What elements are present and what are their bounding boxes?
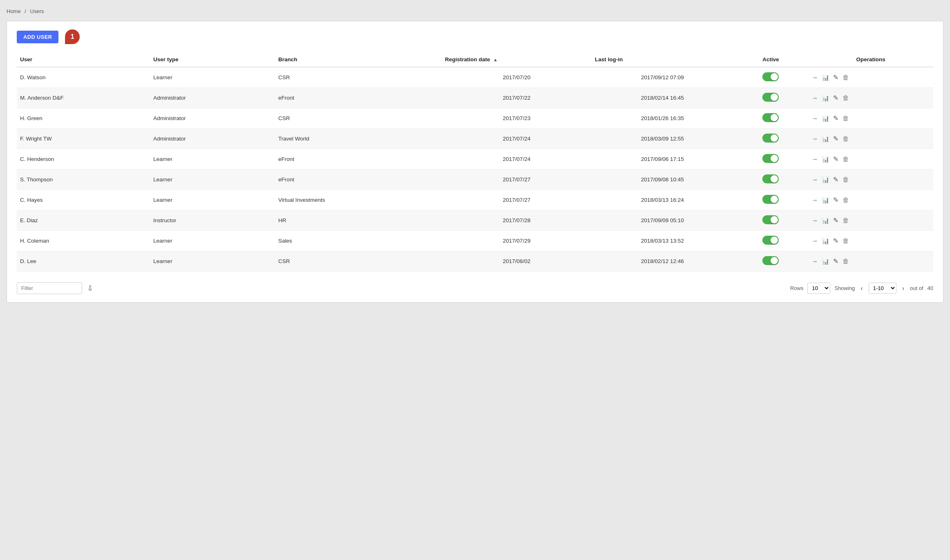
- delete-icon[interactable]: 🗑: [842, 237, 849, 245]
- login-as-icon[interactable]: →: [811, 217, 818, 224]
- breadcrumb-current: Users: [30, 8, 44, 14]
- cell-branch: eFront: [275, 88, 442, 108]
- active-toggle[interactable]: [762, 256, 779, 265]
- cell-operations: → 📊 ✎ 🗑: [808, 170, 933, 190]
- delete-icon[interactable]: 🗑: [842, 156, 849, 163]
- stats-icon[interactable]: 📊: [822, 156, 829, 163]
- table-row: C. Hayes Learner Virtual Investments 201…: [17, 190, 933, 210]
- cell-last-login: 2018/03/09 12:55: [592, 129, 733, 149]
- notification-badge: 1: [65, 29, 80, 44]
- login-as-icon[interactable]: →: [811, 156, 818, 163]
- delete-icon[interactable]: 🗑: [842, 258, 849, 265]
- cell-operations: → 📊 ✎ 🗑: [808, 231, 933, 251]
- active-toggle[interactable]: [762, 113, 779, 122]
- table-row: D. Watson Learner CSR 2017/07/20 2017/09…: [17, 67, 933, 88]
- cell-user-type: Learner: [150, 149, 275, 170]
- cell-branch: HR: [275, 210, 442, 231]
- cell-user: M. Anderson D&F: [17, 88, 150, 108]
- active-toggle[interactable]: [762, 195, 779, 204]
- prev-page-button[interactable]: ‹: [859, 284, 864, 293]
- edit-icon[interactable]: ✎: [833, 135, 838, 143]
- login-as-icon[interactable]: →: [811, 115, 818, 122]
- stats-icon[interactable]: 📊: [822, 217, 829, 224]
- cell-last-login: 2018/03/13 13:52: [592, 231, 733, 251]
- stats-icon[interactable]: 📊: [822, 115, 829, 122]
- delete-icon[interactable]: 🗑: [842, 115, 849, 122]
- cell-operations: → 📊 ✎ 🗑: [808, 210, 933, 231]
- download-icon[interactable]: ⇩: [87, 284, 93, 293]
- cell-active: [733, 88, 808, 108]
- breadcrumb-home[interactable]: Home: [7, 8, 21, 14]
- edit-icon[interactable]: ✎: [833, 216, 838, 224]
- total-count: 40: [928, 285, 933, 291]
- cell-user-type: Learner: [150, 231, 275, 251]
- edit-icon[interactable]: ✎: [833, 94, 838, 102]
- cell-registration-date: 2017/07/28: [441, 210, 592, 231]
- cell-user: S. Thompson: [17, 170, 150, 190]
- stats-icon[interactable]: 📊: [822, 74, 829, 81]
- delete-icon[interactable]: 🗑: [842, 135, 849, 143]
- filter-input[interactable]: [17, 282, 82, 294]
- active-toggle[interactable]: [762, 174, 779, 183]
- cell-registration-date: 2017/07/20: [441, 67, 592, 88]
- cell-operations: → 📊 ✎ 🗑: [808, 88, 933, 108]
- active-toggle[interactable]: [762, 236, 779, 245]
- active-toggle[interactable]: [762, 215, 779, 224]
- col-header-user-type: User type: [150, 52, 275, 67]
- active-toggle[interactable]: [762, 154, 779, 163]
- login-as-icon[interactable]: →: [811, 94, 818, 102]
- cell-registration-date: 2017/07/27: [441, 190, 592, 210]
- login-as-icon[interactable]: →: [811, 196, 818, 204]
- stats-icon[interactable]: 📊: [822, 176, 829, 183]
- login-as-icon[interactable]: →: [811, 176, 818, 183]
- stats-icon[interactable]: 📊: [822, 95, 829, 101]
- delete-icon[interactable]: 🗑: [842, 217, 849, 224]
- cell-last-login: 2018/02/12 12:46: [592, 251, 733, 272]
- breadcrumb: Home / Users: [7, 7, 943, 16]
- edit-icon[interactable]: ✎: [833, 176, 838, 183]
- cell-branch: CSR: [275, 67, 442, 88]
- cell-last-login: 2017/09/09 05:10: [592, 210, 733, 231]
- login-as-icon[interactable]: →: [811, 258, 818, 265]
- edit-icon[interactable]: ✎: [833, 257, 838, 265]
- cell-registration-date: 2017/07/24: [441, 149, 592, 170]
- cell-operations: → 📊 ✎ 🗑: [808, 251, 933, 272]
- cell-active: [733, 129, 808, 149]
- login-as-icon[interactable]: →: [811, 237, 818, 245]
- edit-icon[interactable]: ✎: [833, 237, 838, 245]
- cell-active: [733, 210, 808, 231]
- active-toggle[interactable]: [762, 72, 779, 81]
- delete-icon[interactable]: 🗑: [842, 74, 849, 81]
- rows-per-page-select[interactable]: 10 25 50 100: [807, 283, 830, 294]
- users-table: User User type Branch Registration date …: [17, 52, 933, 272]
- cell-registration-date: 2017/07/29: [441, 231, 592, 251]
- cell-user-type: Learner: [150, 190, 275, 210]
- active-toggle[interactable]: [762, 93, 779, 102]
- page-select[interactable]: 1-10 11-20 21-30 31-40: [869, 283, 896, 294]
- delete-icon[interactable]: 🗑: [842, 94, 849, 102]
- col-header-registration-date[interactable]: Registration date ▲: [441, 52, 592, 67]
- edit-icon[interactable]: ✎: [833, 114, 838, 122]
- stats-icon[interactable]: 📊: [822, 238, 829, 244]
- cell-user: H. Green: [17, 108, 150, 129]
- login-as-icon[interactable]: →: [811, 135, 818, 143]
- add-user-button[interactable]: ADD USER: [17, 31, 58, 43]
- cell-last-login: 2017/09/08 10:45: [592, 170, 733, 190]
- col-header-branch: Branch: [275, 52, 442, 67]
- edit-icon[interactable]: ✎: [833, 196, 838, 204]
- cell-registration-date: 2017/08/02: [441, 251, 592, 272]
- cell-user-type: Learner: [150, 251, 275, 272]
- cell-branch: Sales: [275, 231, 442, 251]
- stats-icon[interactable]: 📊: [822, 136, 829, 142]
- next-page-button[interactable]: ›: [901, 284, 906, 293]
- delete-icon[interactable]: 🗑: [842, 196, 849, 204]
- cell-user: D. Watson: [17, 67, 150, 88]
- col-header-active: Active: [733, 52, 808, 67]
- stats-icon[interactable]: 📊: [822, 258, 829, 265]
- stats-icon[interactable]: 📊: [822, 197, 829, 203]
- active-toggle[interactable]: [762, 134, 779, 143]
- delete-icon[interactable]: 🗑: [842, 176, 849, 183]
- edit-icon[interactable]: ✎: [833, 74, 838, 81]
- login-as-icon[interactable]: →: [811, 74, 818, 81]
- edit-icon[interactable]: ✎: [833, 155, 838, 163]
